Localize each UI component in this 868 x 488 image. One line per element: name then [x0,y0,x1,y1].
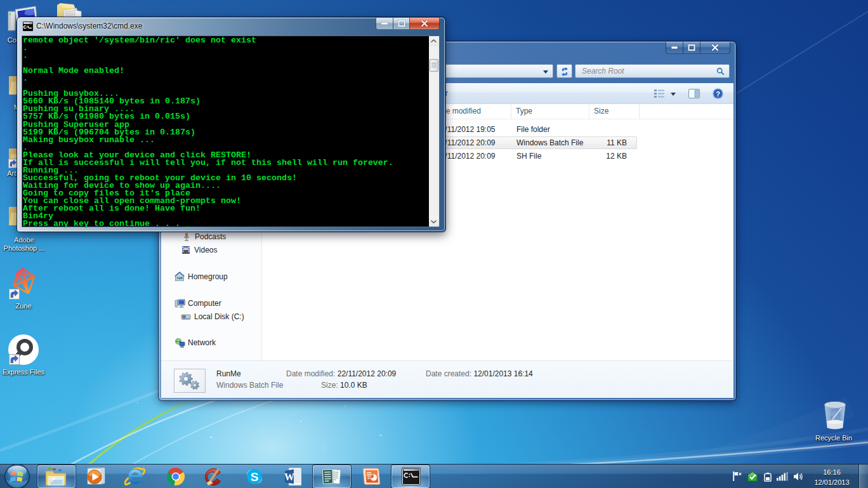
svg-text:W: W [284,472,294,482]
svg-text:?: ? [716,90,720,98]
svg-text:S: S [251,470,259,484]
